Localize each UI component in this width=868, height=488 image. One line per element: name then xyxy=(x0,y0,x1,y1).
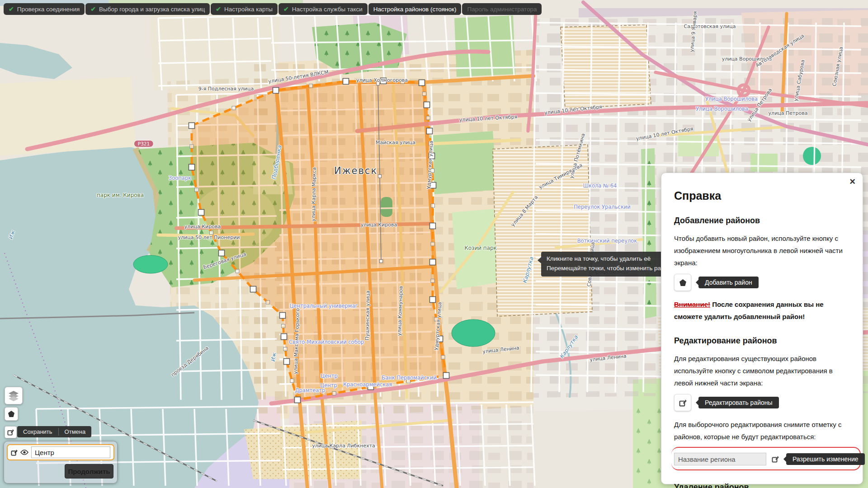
region-vertex-handle[interactable] xyxy=(378,175,382,178)
region-vertex-handle[interactable] xyxy=(443,373,449,379)
region-midpoint-handle[interactable] xyxy=(210,231,213,235)
region-vertex-handle[interactable] xyxy=(280,313,286,319)
toolbar-step[interactable]: Пароль администратора xyxy=(462,3,542,15)
region-vertex-handle[interactable] xyxy=(273,88,279,94)
save-button[interactable]: Сохранить xyxy=(17,426,58,437)
toolbar-step[interactable]: ✔Настройка службы такси xyxy=(278,3,368,15)
region-vertex-handle[interactable] xyxy=(368,384,374,390)
add-region-demo-row: Добавить район xyxy=(674,273,850,291)
help-edit-text: Для редактирования существующих районов … xyxy=(674,352,850,389)
region-vertex-handle[interactable] xyxy=(437,336,443,342)
edit-regions-chip: Редактировать районы xyxy=(698,397,779,408)
region-vertex-handle[interactable] xyxy=(281,334,287,340)
cancel-button[interactable]: Отмена xyxy=(59,426,92,437)
region-vertex-handle[interactable] xyxy=(419,80,425,86)
region-vertex-handle[interactable] xyxy=(429,153,435,159)
save-cancel-bar: Сохранить Отмена xyxy=(17,426,91,437)
edit-icon xyxy=(7,429,14,436)
region-vertex-handle[interactable] xyxy=(189,164,195,170)
region-vertex-handle[interactable] xyxy=(219,250,225,256)
region-name-row xyxy=(7,444,114,460)
region-vertex-handle[interactable] xyxy=(430,297,436,303)
region-midpoint-handle[interactable] xyxy=(363,80,367,83)
help-warning: Внимание! После сохранения данных вы не … xyxy=(674,298,850,323)
region-editor-panel: Продолжить xyxy=(4,441,118,483)
check-icon: ✔ xyxy=(90,5,96,13)
region-vertex-handle[interactable] xyxy=(430,183,436,188)
region-vertex-handle[interactable] xyxy=(250,286,256,292)
region-midpoint-handle[interactable] xyxy=(426,116,430,120)
region-midpoint-handle[interactable] xyxy=(236,269,239,273)
toolbar-step[interactable]: ✔Выбор города и загрузка списка улиц xyxy=(85,3,210,15)
region-midpoint-handle[interactable] xyxy=(431,169,434,173)
region-vertex-handle[interactable] xyxy=(343,79,349,84)
edit-icon xyxy=(772,455,779,463)
region-vertex-handle[interactable] xyxy=(377,82,380,85)
region-midpoint-handle[interactable] xyxy=(195,188,198,192)
region-midpoint-handle[interactable] xyxy=(332,392,336,395)
edit-region-demo-row: Редактировать районы xyxy=(674,394,850,412)
region-midpoint-handle[interactable] xyxy=(282,324,285,328)
region-vertex-handle[interactable] xyxy=(381,78,387,84)
setup-steps-toolbar: ✔Проверка соединения✔Выбор города и загр… xyxy=(4,3,542,15)
region-midpoint-handle[interactable] xyxy=(290,379,294,383)
toolbar-step[interactable]: ✔Настройка карты xyxy=(211,3,278,15)
close-icon[interactable]: × xyxy=(849,177,855,187)
region-midpoint-handle[interactable] xyxy=(431,242,434,246)
map-edit-tooltip: Кликните на точку, чтобы удалить её Пере… xyxy=(541,252,676,277)
region-midpoint-handle[interactable] xyxy=(401,80,405,84)
region-midpoint-handle[interactable] xyxy=(407,380,410,383)
polygon-icon xyxy=(8,410,15,418)
toolbar-step-label: Настройка районов (стоянок) xyxy=(373,6,457,13)
edit-demo-button xyxy=(674,394,691,411)
region-vertex-handle[interactable] xyxy=(284,359,290,365)
continue-button[interactable]: Продолжить xyxy=(65,464,113,479)
add-region-chip: Добавить район xyxy=(698,277,759,288)
layers-button[interactable] xyxy=(5,387,23,404)
toolbar-step-label: Проверка соединения xyxy=(17,6,80,13)
region-midpoint-handle[interactable] xyxy=(434,318,438,321)
region-midpoint-handle[interactable] xyxy=(309,84,313,88)
toolbar-step-label: Пароль администратора xyxy=(467,6,537,13)
help-edit-heading: Редактирование районов xyxy=(674,336,850,346)
region-vertex-handle[interactable] xyxy=(424,102,430,108)
region-name-demo-input xyxy=(674,453,766,465)
region-midpoint-handle[interactable] xyxy=(429,142,433,145)
edit-regions-button[interactable] xyxy=(5,426,17,438)
add-region-button[interactable] xyxy=(5,407,18,421)
eye-icon[interactable] xyxy=(20,450,28,455)
layers-icon xyxy=(8,390,19,401)
region-midpoint-handle[interactable] xyxy=(441,356,445,359)
region-midpoint-handle[interactable] xyxy=(283,347,287,351)
warning-word: Внимание! xyxy=(674,300,710,308)
region-vertex-handle[interactable] xyxy=(295,397,301,403)
help-delete-heading: Удаление районов xyxy=(674,483,850,488)
region-vertex-handle[interactable] xyxy=(430,223,436,229)
check-icon: ✔ xyxy=(9,5,14,13)
help-edit-select-text: Для выборочного редактирования снимите о… xyxy=(674,418,850,443)
region-name-input[interactable] xyxy=(31,446,110,458)
region-vertex-handle[interactable] xyxy=(198,210,204,216)
region-vertex-handle[interactable] xyxy=(430,259,436,265)
region-midpoint-handle[interactable] xyxy=(431,279,434,283)
region-vertex-handle[interactable] xyxy=(427,128,433,134)
edit-icon[interactable] xyxy=(11,449,18,456)
toolbar-step-label: Настройка службы такси xyxy=(292,6,363,13)
toolbar-step[interactable]: ✔Проверка соединения xyxy=(4,3,85,15)
tooltip-line-1: Кликните на точку, чтобы удалить её xyxy=(547,254,671,264)
app-window: Ижевскпарк им. КироваКозий паркЗоопаркПо… xyxy=(0,0,868,488)
region-vertex-handle[interactable] xyxy=(189,123,195,129)
toolbar-step[interactable]: Настройка районов (стоянок) xyxy=(368,3,462,15)
polygon-demo-button xyxy=(674,274,691,291)
region-midpoint-handle[interactable] xyxy=(266,300,270,304)
region-midpoint-handle[interactable] xyxy=(190,145,193,148)
region-midpoint-handle[interactable] xyxy=(423,92,426,96)
region-vertex-handle[interactable] xyxy=(380,260,383,263)
help-title: Справка xyxy=(674,189,850,202)
region-midpoint-handle[interactable] xyxy=(431,204,435,207)
help-add-text: Чтобы добавить новый район, используйте … xyxy=(674,232,850,269)
tooltip-line-2: Перемещайте точки, чтобы изменить район xyxy=(547,264,671,273)
region-midpoint-handle[interactable] xyxy=(232,106,236,110)
tooltip-arrow-icon xyxy=(538,257,541,263)
allow-change-demo-row: Разрешить изменение xyxy=(674,449,850,469)
